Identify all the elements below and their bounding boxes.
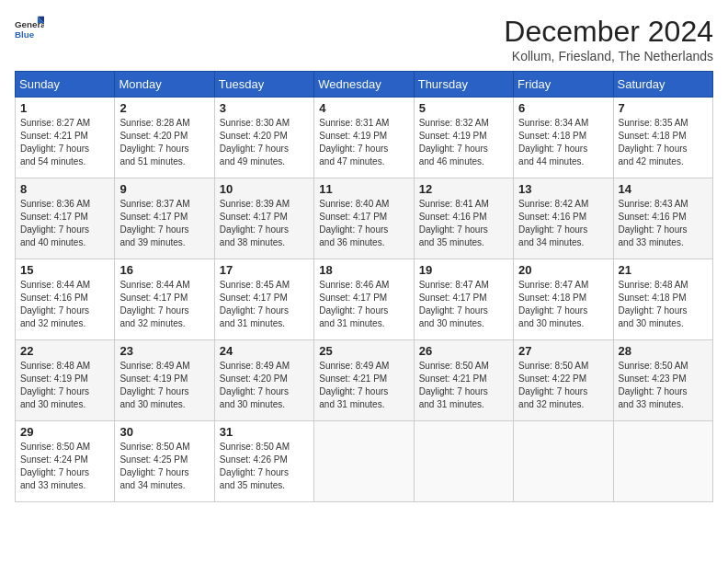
day-number: 31 [220, 425, 309, 439]
day-cell: 28Sunrise: 8:50 AMSunset: 4:23 PMDayligh… [613, 340, 712, 421]
cell-text: Sunrise: 8:47 AMSunset: 4:17 PMDaylight:… [419, 279, 508, 330]
day-cell: 8Sunrise: 8:36 AMSunset: 4:17 PMDaylight… [16, 178, 115, 259]
cell-text: Sunrise: 8:30 AMSunset: 4:20 PMDaylight:… [220, 117, 309, 168]
day-number: 12 [419, 182, 508, 196]
day-number: 16 [119, 263, 209, 277]
day-number: 7 [619, 101, 708, 115]
day-number: 23 [119, 344, 209, 358]
day-number: 29 [20, 425, 109, 439]
day-number: 3 [220, 101, 309, 115]
day-cell: 25Sunrise: 8:49 AMSunset: 4:21 PMDayligh… [314, 340, 414, 421]
cell-text: Sunrise: 8:27 AMSunset: 4:21 PMDaylight:… [20, 117, 109, 168]
day-number: 24 [220, 344, 309, 358]
day-cell: 1Sunrise: 8:27 AMSunset: 4:21 PMDaylight… [16, 98, 115, 178]
day-cell [514, 421, 613, 502]
weekday-header-monday: Monday [115, 72, 214, 98]
day-cell: 3Sunrise: 8:30 AMSunset: 4:20 PMDaylight… [214, 98, 313, 178]
cell-text: Sunrise: 8:36 AMSunset: 4:17 PMDaylight:… [20, 198, 109, 249]
cell-text: Sunrise: 8:34 AMSunset: 4:18 PMDaylight:… [518, 117, 608, 168]
cell-text: Sunrise: 8:49 AMSunset: 4:19 PMDaylight:… [119, 360, 209, 411]
cell-text: Sunrise: 8:41 AMSunset: 4:16 PMDaylight:… [419, 198, 508, 249]
month-title: December 2024 [504, 15, 713, 49]
calendar-table: SundayMondayTuesdayWednesdayThursdayFrid… [15, 71, 713, 502]
cell-text: Sunrise: 8:49 AMSunset: 4:20 PMDaylight:… [220, 360, 309, 411]
day-number: 9 [119, 182, 209, 196]
day-number: 28 [619, 344, 708, 358]
day-cell: 15Sunrise: 8:44 AMSunset: 4:16 PMDayligh… [16, 259, 115, 340]
day-number: 30 [119, 425, 209, 439]
title-block: December 2024 Kollum, Friesland, The Net… [504, 15, 713, 63]
day-cell: 29Sunrise: 8:50 AMSunset: 4:24 PMDayligh… [16, 421, 115, 502]
day-cell: 27Sunrise: 8:50 AMSunset: 4:22 PMDayligh… [514, 340, 613, 421]
day-cell: 14Sunrise: 8:43 AMSunset: 4:16 PMDayligh… [613, 178, 712, 259]
day-cell: 18Sunrise: 8:46 AMSunset: 4:17 PMDayligh… [314, 259, 414, 340]
day-cell [613, 421, 712, 502]
weekday-header-sunday: Sunday [16, 72, 115, 98]
weekday-header-thursday: Thursday [414, 72, 513, 98]
day-cell: 22Sunrise: 8:48 AMSunset: 4:19 PMDayligh… [16, 340, 115, 421]
cell-text: Sunrise: 8:32 AMSunset: 4:19 PMDaylight:… [419, 117, 508, 168]
day-cell: 12Sunrise: 8:41 AMSunset: 4:16 PMDayligh… [414, 178, 513, 259]
day-cell: 20Sunrise: 8:47 AMSunset: 4:18 PMDayligh… [514, 259, 613, 340]
day-number: 5 [419, 101, 508, 115]
day-cell: 2Sunrise: 8:28 AMSunset: 4:20 PMDaylight… [115, 98, 214, 178]
day-number: 26 [419, 344, 508, 358]
day-cell: 19Sunrise: 8:47 AMSunset: 4:17 PMDayligh… [414, 259, 513, 340]
cell-text: Sunrise: 8:50 AMSunset: 4:21 PMDaylight:… [419, 360, 508, 411]
week-row-3: 15Sunrise: 8:44 AMSunset: 4:16 PMDayligh… [16, 259, 713, 340]
day-number: 17 [220, 263, 309, 277]
day-number: 20 [518, 263, 608, 277]
logo-icon: General Blue [15, 15, 44, 44]
day-cell: 11Sunrise: 8:40 AMSunset: 4:17 PMDayligh… [314, 178, 414, 259]
week-row-5: 29Sunrise: 8:50 AMSunset: 4:24 PMDayligh… [16, 421, 713, 502]
day-number: 11 [319, 182, 408, 196]
day-cell: 31Sunrise: 8:50 AMSunset: 4:26 PMDayligh… [214, 421, 313, 502]
day-number: 6 [518, 101, 608, 115]
day-number: 14 [619, 182, 708, 196]
day-number: 4 [319, 101, 408, 115]
location: Kollum, Friesland, The Netherlands [504, 49, 713, 63]
cell-text: Sunrise: 8:43 AMSunset: 4:16 PMDaylight:… [619, 198, 708, 249]
day-cell: 17Sunrise: 8:45 AMSunset: 4:17 PMDayligh… [214, 259, 313, 340]
cell-text: Sunrise: 8:35 AMSunset: 4:18 PMDaylight:… [619, 117, 708, 168]
day-number: 13 [518, 182, 608, 196]
day-number: 22 [20, 344, 109, 358]
logo: General Blue [15, 15, 44, 44]
cell-text: Sunrise: 8:37 AMSunset: 4:17 PMDaylight:… [119, 198, 209, 249]
cell-text: Sunrise: 8:50 AMSunset: 4:25 PMDaylight:… [119, 441, 209, 492]
day-cell: 7Sunrise: 8:35 AMSunset: 4:18 PMDaylight… [613, 98, 712, 178]
page-header: General Blue December 2024 Kollum, Fries… [15, 15, 713, 63]
cell-text: Sunrise: 8:50 AMSunset: 4:23 PMDaylight:… [619, 360, 708, 411]
day-number: 10 [220, 182, 309, 196]
day-number: 15 [20, 263, 109, 277]
day-cell: 26Sunrise: 8:50 AMSunset: 4:21 PMDayligh… [414, 340, 513, 421]
weekday-header-row: SundayMondayTuesdayWednesdayThursdayFrid… [16, 72, 713, 98]
cell-text: Sunrise: 8:28 AMSunset: 4:20 PMDaylight:… [119, 117, 209, 168]
week-row-2: 8Sunrise: 8:36 AMSunset: 4:17 PMDaylight… [16, 178, 713, 259]
cell-text: Sunrise: 8:49 AMSunset: 4:21 PMDaylight:… [319, 360, 408, 411]
cell-text: Sunrise: 8:42 AMSunset: 4:16 PMDaylight:… [518, 198, 608, 249]
day-cell: 21Sunrise: 8:48 AMSunset: 4:18 PMDayligh… [613, 259, 712, 340]
day-cell: 30Sunrise: 8:50 AMSunset: 4:25 PMDayligh… [115, 421, 214, 502]
weekday-header-wednesday: Wednesday [314, 72, 414, 98]
weekday-header-saturday: Saturday [613, 72, 712, 98]
cell-text: Sunrise: 8:50 AMSunset: 4:22 PMDaylight:… [518, 360, 608, 411]
svg-text:Blue: Blue [15, 29, 35, 40]
cell-text: Sunrise: 8:44 AMSunset: 4:17 PMDaylight:… [119, 279, 209, 330]
day-number: 18 [319, 263, 408, 277]
day-number: 8 [20, 182, 109, 196]
cell-text: Sunrise: 8:45 AMSunset: 4:17 PMDaylight:… [220, 279, 309, 330]
cell-text: Sunrise: 8:48 AMSunset: 4:18 PMDaylight:… [619, 279, 708, 330]
day-cell [314, 421, 414, 502]
day-cell: 10Sunrise: 8:39 AMSunset: 4:17 PMDayligh… [214, 178, 313, 259]
cell-text: Sunrise: 8:48 AMSunset: 4:19 PMDaylight:… [20, 360, 109, 411]
cell-text: Sunrise: 8:39 AMSunset: 4:17 PMDaylight:… [220, 198, 309, 249]
day-cell: 23Sunrise: 8:49 AMSunset: 4:19 PMDayligh… [115, 340, 214, 421]
day-cell: 4Sunrise: 8:31 AMSunset: 4:19 PMDaylight… [314, 98, 414, 178]
cell-text: Sunrise: 8:50 AMSunset: 4:24 PMDaylight:… [20, 441, 109, 492]
weekday-header-friday: Friday [514, 72, 613, 98]
cell-text: Sunrise: 8:46 AMSunset: 4:17 PMDaylight:… [319, 279, 408, 330]
cell-text: Sunrise: 8:47 AMSunset: 4:18 PMDaylight:… [518, 279, 608, 330]
day-number: 1 [20, 101, 109, 115]
week-row-1: 1Sunrise: 8:27 AMSunset: 4:21 PMDaylight… [16, 98, 713, 178]
